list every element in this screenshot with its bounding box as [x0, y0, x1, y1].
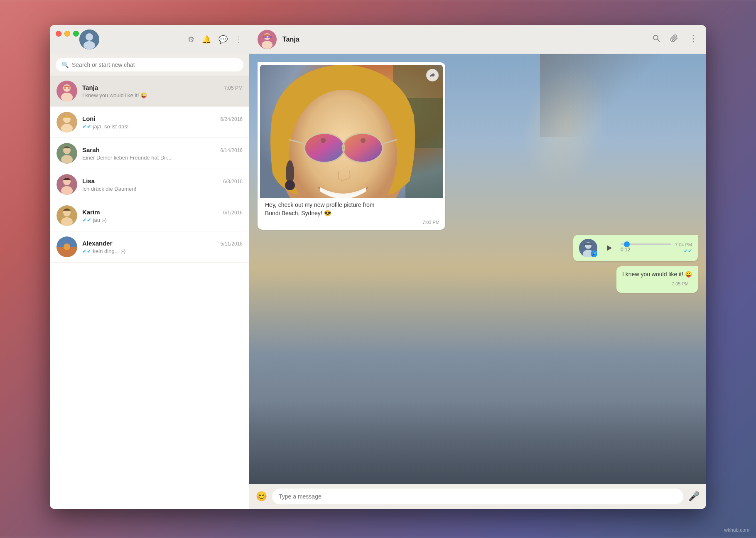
chat-preview-alexander: ✔✔ kein ding... ;-)	[82, 248, 243, 254]
chat-name-sarah: Sarah	[82, 146, 100, 153]
chat-time-karim: 6/1/2016	[223, 210, 243, 216]
search-input-wrap[interactable]: 🔍	[56, 58, 243, 71]
chat-messages: Hey, check out my new profile picture fr…	[249, 54, 706, 484]
right-panel: Tanja ⋮	[249, 25, 706, 509]
play-button[interactable]	[601, 241, 616, 255]
chat-name-lisa: Lisa	[82, 177, 95, 184]
svg-point-13	[61, 155, 73, 164]
emoji-button[interactable]: 😊	[256, 491, 267, 502]
attach-icon[interactable]	[670, 34, 679, 44]
search-bar: 🔍	[50, 54, 249, 76]
search-input[interactable]	[72, 61, 238, 68]
voice-progress: 0:12	[621, 243, 671, 253]
header-icons: ⚙ 🔔 💬 ⋮	[188, 35, 243, 44]
app-window: ⚙ 🔔 💬 ⋮ 🔍	[50, 25, 706, 509]
search-icon[interactable]	[652, 34, 660, 44]
chat-time-loni: 6/24/2016	[221, 116, 243, 122]
svg-point-22	[64, 243, 70, 250]
chat-item-loni[interactable]: Loni 6/24/2016 ✔✔ jaja, so ist das!	[50, 107, 249, 138]
svg-point-6	[64, 87, 66, 89]
chat-preview-lisa: Ich drück die Daumen!	[82, 186, 243, 192]
chat-time-sarah: 6/14/2016	[221, 147, 243, 153]
message-input-area: 😊 🎤	[249, 484, 706, 509]
user-avatar[interactable]	[79, 29, 99, 49]
chat-name-tanja: Tanja	[82, 84, 98, 91]
msg-voice: 🎤	[573, 235, 698, 261]
voice-bubble: 🎤	[573, 235, 698, 261]
more-menu-icon[interactable]: ⋮	[235, 35, 243, 44]
minimize-button[interactable]	[64, 31, 70, 37]
msg-text: I knew you would like it! 😜 7:05 PM	[616, 266, 698, 293]
svg-point-16	[61, 186, 73, 195]
left-header: ⚙ 🔔 💬 ⋮	[50, 25, 249, 54]
chat-preview-tanja: I knew you would like it! 😜	[82, 92, 243, 98]
maximize-button[interactable]	[73, 31, 79, 37]
chat-item-karim[interactable]: Karim 6/1/2016 ✔✔ jau :-)	[50, 200, 249, 231]
svg-point-2	[83, 41, 95, 49]
avatar-karim	[56, 205, 77, 226]
right-header-icons: ⋮	[652, 34, 698, 44]
svg-point-25	[262, 41, 272, 49]
chat-time-tanja: 7:05 PM	[224, 85, 243, 91]
progress-indicator	[624, 241, 630, 247]
voice-duration: 0:12	[621, 247, 671, 253]
chat-item-alexander[interactable]: Alexander 5/11/2016 ✔✔ kein ding... ;-)	[50, 231, 249, 263]
voice-sender-avatar: 🎤	[579, 239, 597, 257]
chat-content-lisa: Lisa 6/3/2016 Ich drück die Daumen!	[82, 177, 243, 192]
svg-line-30	[658, 39, 660, 42]
message-input[interactable]	[279, 493, 677, 500]
msg-caption: Hey, check out my new profile picture fr…	[260, 198, 443, 219]
traffic-lights	[56, 31, 79, 37]
svg-point-10	[61, 124, 73, 133]
avatar-tanja	[56, 81, 77, 101]
chat-preview-karim: ✔✔ jau :-)	[82, 217, 243, 223]
svg-point-5	[61, 93, 73, 101]
photo-image	[260, 65, 443, 198]
chat-time-lisa: 6/3/2016	[223, 179, 243, 184]
chat-list: Tanja 7:05 PM I knew you would like it! …	[50, 76, 249, 509]
chat-content-alexander: Alexander 5/11/2016 ✔✔ kein ding... ;-)	[82, 240, 243, 254]
avatar-loni	[56, 112, 77, 133]
chat-preview-sarah: Einer Deiner lieben Freunde hat Dir...	[82, 155, 243, 161]
chat-name-loni: Loni	[82, 115, 96, 122]
svg-point-19	[61, 217, 73, 226]
right-header: Tanja ⋮	[249, 25, 706, 54]
chat-name-karim: Karim	[82, 209, 100, 216]
new-chat-icon[interactable]: 💬	[218, 35, 228, 44]
voice-check-marks: ✔✔	[684, 248, 692, 254]
avatar-sarah	[56, 143, 77, 164]
chat-item-lisa[interactable]: Lisa 6/3/2016 Ich drück die Daumen!	[50, 169, 249, 200]
notifications-icon[interactable]: 🔔	[202, 35, 211, 44]
text-input-wrap[interactable]	[272, 489, 683, 504]
search-icon: 🔍	[61, 61, 69, 68]
close-button[interactable]	[56, 31, 61, 37]
chat-content-karim: Karim 6/1/2016 ✔✔ jau :-)	[82, 209, 243, 223]
settings-icon[interactable]: ⚙	[188, 35, 194, 44]
avatar-alexander	[56, 236, 77, 257]
svg-rect-27	[268, 36, 272, 38]
chat-content-loni: Loni 6/24/2016 ✔✔ jaja, so ist das!	[82, 115, 243, 130]
text-bubble: I knew you would like it! 😜 7:05 PM	[616, 266, 698, 293]
progress-track[interactable]	[621, 243, 671, 245]
contact-name: Tanja	[282, 36, 646, 43]
svg-point-46	[321, 138, 326, 143]
msg-text-content: I knew you would like it! 😜	[622, 271, 692, 278]
photo-bubble: Hey, check out my new profile picture fr…	[258, 62, 445, 230]
msg-time-photo: 7:03 PM	[422, 220, 439, 225]
chat-content-sarah: Sarah 6/14/2016 Einer Deiner lieben Freu…	[82, 146, 243, 161]
microphone-button[interactable]: 🎤	[688, 491, 700, 502]
left-panel: ⚙ 🔔 💬 ⋮ 🔍	[50, 25, 249, 509]
voice-time: 7:04 PM	[675, 242, 692, 247]
msg-photo: Hey, check out my new profile picture fr…	[258, 62, 445, 230]
chat-preview-loni: ✔✔ jaja, so ist das!	[82, 123, 243, 130]
svg-point-45	[285, 180, 295, 190]
chat-time-alexander: 5/11/2016	[221, 241, 243, 247]
messages-container: Hey, check out my new profile picture fr…	[258, 62, 698, 293]
more-icon[interactable]: ⋮	[689, 34, 698, 44]
chat-item-tanja[interactable]: Tanja 7:05 PM I knew you would like it! …	[50, 76, 249, 107]
svg-point-47	[361, 138, 366, 143]
chat-item-sarah[interactable]: Sarah 6/14/2016 Einer Deiner lieben Freu…	[50, 138, 249, 169]
chat-content-tanja: Tanja 7:05 PM I knew you would like it! …	[82, 84, 243, 98]
svg-rect-26	[263, 36, 267, 38]
forward-icon[interactable]	[426, 69, 439, 81]
